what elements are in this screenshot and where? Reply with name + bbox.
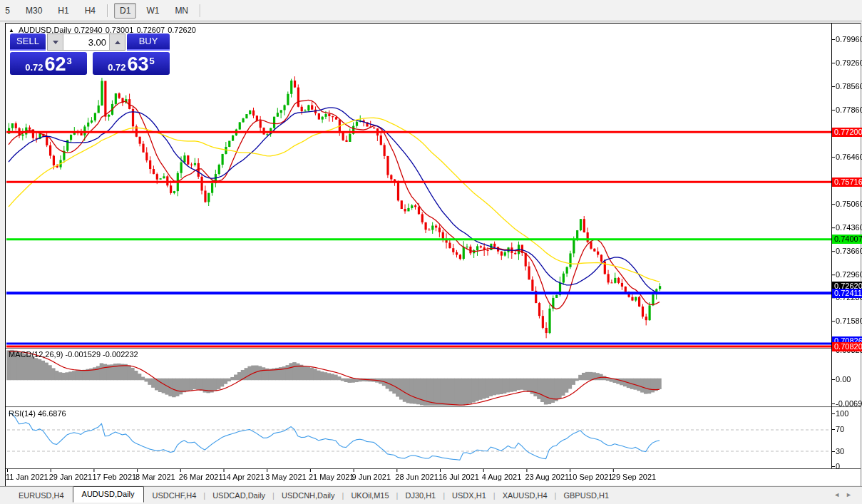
tab-scroll-left-icon[interactable]: ◄: [833, 491, 846, 498]
buy-price-button[interactable]: 0.72635: [93, 52, 170, 75]
price-tick-label: 0.72960: [836, 270, 862, 279]
buy-button[interactable]: BUY: [127, 34, 170, 51]
rsi-axis-label: 30: [836, 447, 844, 456]
chart-tab-usdcnh[interactable]: USDCNH,Daily: [273, 489, 344, 502]
date-tick-label: 10 Sep 2021: [568, 473, 612, 481]
price-tick-label: 0.77860: [836, 106, 862, 114]
chevron-down-icon: [53, 41, 58, 44]
one-click-trading-panel: SELL BUY 0.72623 0.72635: [10, 34, 170, 75]
price-tick-label: 0.79960: [836, 35, 862, 43]
tab-scroll-arrows: ◄►: [833, 491, 858, 498]
date-tick-label: 26 Mar 2021: [179, 473, 223, 481]
sell-price-button[interactable]: 0.72623: [10, 52, 87, 75]
ask-prefix: 0.72: [108, 61, 125, 73]
chart-tab-ukoil[interactable]: UKOil,M15: [342, 489, 397, 502]
volume-input[interactable]: [63, 34, 109, 50]
chart-tab-usdcad[interactable]: USDCAD,Daily: [204, 489, 274, 502]
date-tick-label: 14 Apr 2021: [222, 473, 265, 481]
price-tick-label: 0.76460: [836, 153, 862, 161]
price-tick-label: 0.71580: [836, 317, 862, 325]
bid-prefix: 0.72: [25, 61, 43, 73]
price-badge: 0.72411: [832, 289, 862, 298]
date-tick-label: 23 Aug 2021: [525, 473, 569, 481]
rsi-indicator-label: RSI(14) 46.6876: [9, 409, 66, 418]
date-tick-label: 9 Jun 2021: [352, 473, 391, 481]
date-tick-label: 4 Aug 2021: [482, 473, 522, 481]
ask-pipette-digit: 5: [150, 56, 155, 66]
macd-indicator-label: MACD(12,26,9) -0.001529 -0.002232: [9, 350, 138, 359]
date-tick-label: 16 Jul 2021: [438, 473, 479, 481]
date-tick-label: 28 Jun 2021: [395, 473, 438, 481]
price-badge: 0.75716: [832, 178, 862, 187]
chart-tab-gbpusd[interactable]: GBPUSD,H1: [555, 489, 617, 502]
price-tick-label: 0.73660: [836, 247, 862, 255]
price-tick-label: 0.78560: [836, 82, 862, 91]
rsi-axis-label: 0: [836, 462, 840, 470]
chart-canvas[interactable]: [0, 0, 862, 504]
date-tick-label: 17 Feb 2021: [92, 473, 136, 481]
chart-tab-usdx[interactable]: USDX,H1: [443, 489, 495, 502]
chart-tab-dj30[interactable]: DJ30,H1: [396, 489, 444, 502]
chart-tab-bar: EURUSD,H4AUDUSD,DailyUSDCHF,H4|USDCAD,Da…: [0, 486, 862, 504]
date-tick-label: 21 May 2021: [309, 473, 354, 481]
chart-tab-audusd[interactable]: AUDUSD,Daily: [73, 486, 144, 503]
tab-scroll-right-icon[interactable]: ►: [846, 491, 858, 498]
price-tick-label: 0.79260: [836, 58, 862, 67]
chart-tab-usdchf[interactable]: USDCHF,H4: [144, 489, 205, 502]
macd-axis-label: 0.00: [836, 375, 851, 384]
chart-tab-xauusd[interactable]: XAUUSD,H4: [494, 489, 556, 502]
date-tick-label: 8 Mar 2021: [135, 473, 175, 481]
chart-tab-eurusd[interactable]: EURUSD,H4: [10, 489, 73, 502]
price-tick-label: 0.74360: [836, 223, 862, 232]
volume-decrease-button[interactable]: [48, 34, 63, 50]
date-tick-label: 29 Sep 2021: [612, 473, 656, 481]
collapse-triangle-icon[interactable]: ▲: [9, 27, 14, 34]
sell-button[interactable]: SELL: [10, 34, 46, 51]
volume-stepper: [47, 34, 125, 51]
trading-platform-window: 5M30H1H4D1W1MN ▲AUDUSD,Daily0.729400.730…: [0, 0, 862, 504]
bid-pipette-digit: 3: [67, 56, 72, 66]
price-tick-label: 0.75060: [836, 200, 862, 208]
macd-axis-label: -0.006982: [836, 399, 862, 408]
ask-big-digits: 63: [128, 56, 149, 73]
bid-big-digits: 62: [45, 56, 66, 73]
price-badge: 0.70820: [832, 342, 862, 351]
rsi-axis-label: 100: [836, 409, 848, 418]
close-value: 0.72620: [168, 26, 196, 34]
date-tick-label: 29 Jan 2021: [49, 473, 93, 481]
price-badge: 0.74007: [832, 235, 862, 244]
price-badge: 0.77200: [832, 128, 862, 137]
volume-increase-button[interactable]: [109, 34, 125, 50]
chevron-up-icon: [115, 41, 120, 44]
rsi-axis-label: 70: [836, 425, 844, 433]
date-tick-label: 3 May 2021: [265, 473, 306, 481]
date-tick-label: 11 Jan 2021: [6, 473, 48, 481]
